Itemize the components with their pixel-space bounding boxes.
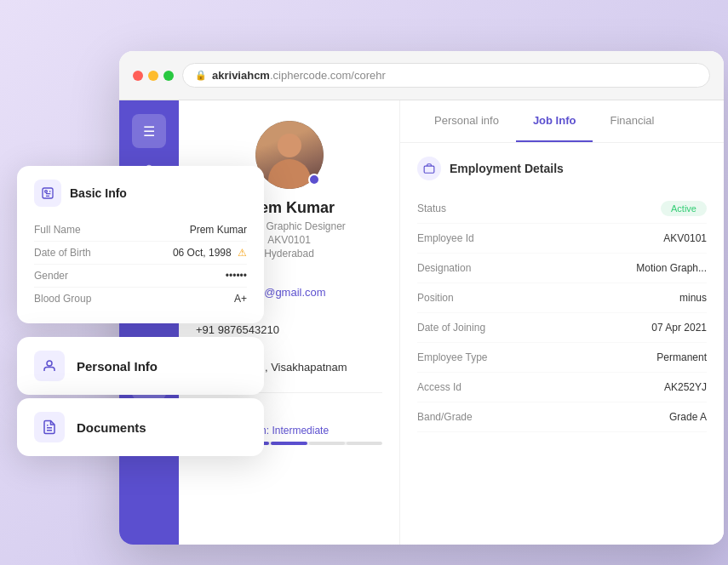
detail-key-grade: Band/Grade [417, 411, 562, 423]
profile-location: Hyderabad [264, 248, 314, 260]
card-header: Basic Info [34, 180, 247, 207]
detail-key-accessid: Access Id [417, 381, 562, 393]
detail-key-position: Position [417, 292, 562, 304]
address-bar[interactable]: 🔒 akriviahcm.ciphercode.com/corehr [182, 63, 710, 88]
detail-key-empid: Employee Id [417, 232, 562, 244]
doc-icon [34, 412, 65, 442]
detail-row-empid: Employee Id AKV0101 [417, 224, 707, 254]
phone-value: +91 9876543210 [196, 323, 382, 336]
detail-key-doj: Date of Joining [417, 322, 562, 334]
info-key-fullname: Full Name [34, 224, 81, 236]
info-val-dob: 06 Oct, 1998 ⚠ [173, 247, 247, 259]
sidebar-menu-btn[interactable]: ☰ [132, 114, 166, 148]
browser-dots [133, 71, 174, 81]
status-badge: Active [661, 201, 707, 216]
detail-key-designation: Designation [417, 262, 562, 274]
info-key-blood: Blood Group [34, 293, 91, 305]
avatar-container [255, 121, 324, 189]
warn-icon: ⚠ [238, 247, 247, 259]
detail-val-doj: 07 Apr 2021 [562, 322, 707, 334]
info-val-fullname: Prem Kumar [190, 224, 247, 236]
tab-job-info[interactable]: Job Info [516, 100, 593, 142]
detail-key-status: Status [417, 203, 562, 214]
tab-financial[interactable]: Financial [593, 100, 671, 142]
online-indicator [308, 174, 320, 185]
info-row-fullname: Full Name Prem Kumar [34, 219, 247, 242]
personal-info-label: Personal Info [77, 359, 158, 374]
details-panel: Personal info Job Info Financial Employ [400, 100, 724, 545]
progress-seg-4 [309, 442, 345, 445]
detail-row-accessid: Access Id AK252YJ [417, 373, 707, 402]
personal-info-card[interactable]: Personal Info [17, 337, 264, 395]
documents-card[interactable]: Documents [17, 398, 264, 456]
tab-personal-info[interactable]: Personal info [417, 100, 516, 142]
detail-row-doj: Date of Joining 07 Apr 2021 [417, 313, 707, 343]
svg-point-7 [45, 191, 48, 193]
info-val-blood: A+ [234, 293, 247, 305]
detail-val-empid: AKV0101 [562, 232, 707, 244]
detail-key-emptype: Employee Type [417, 351, 562, 363]
card-title: Basic Info [70, 186, 127, 200]
section-icon [417, 157, 441, 180]
detail-row-grade: Band/Grade Grade A [417, 402, 707, 432]
info-key-gender: Gender [34, 270, 68, 282]
info-val-gender: •••••• [226, 270, 247, 282]
detail-val-grade: Grade A [562, 411, 707, 423]
progress-seg-3 [271, 442, 307, 445]
detail-row-status: Status Active [417, 194, 707, 224]
employment-section: Employment Details Status Active Emplo [400, 143, 724, 446]
documents-label: Documents [77, 420, 146, 435]
url-brand: akriviahcm.ciphercode.com/corehr [212, 69, 386, 82]
dot-red[interactable] [133, 71, 143, 81]
info-row-blood: Blood Group A+ [34, 288, 247, 310]
detail-row-emptype: Employee Type Permanent [417, 343, 707, 373]
detail-row-position: Position minus [417, 283, 707, 313]
info-key-dob: Date of Birth [34, 247, 91, 259]
section-header: Employment Details [417, 157, 707, 180]
basic-info-card: Basic Info Full Name Prem Kumar Date of … [17, 166, 264, 323]
info-row-gender: Gender •••••• [34, 265, 247, 288]
browser-chrome: 🔒 akriviahcm.ciphercode.com/corehr [119, 51, 724, 100]
detail-val-designation: Motion Graph... [562, 262, 707, 274]
detail-val-accessid: AK252YJ [562, 381, 707, 393]
main-content: Prem Kumar Motion Graphic Designer AKV01… [179, 100, 724, 545]
lock-icon: 🔒 [195, 70, 207, 81]
svg-point-8 [47, 361, 52, 366]
section-title: Employment Details [450, 162, 564, 175]
info-row-dob: Date of Birth 06 Oct, 1998 ⚠ [34, 242, 247, 265]
detail-val-emptype: Permanent [562, 351, 707, 363]
svg-rect-5 [424, 166, 434, 173]
detail-val-status: Active [562, 203, 707, 214]
dot-green[interactable] [163, 71, 174, 81]
detail-row-designation: Designation Motion Graph... [417, 254, 707, 283]
progress-seg-5 [347, 442, 382, 445]
detail-val-position: minus [562, 292, 707, 304]
employment-fields: Status Active Employee Id AKV0101 [417, 194, 707, 432]
dot-yellow[interactable] [148, 71, 158, 81]
personal-icon [34, 351, 65, 381]
tabs: Personal info Job Info Financial [400, 100, 724, 143]
profile-id: AKV0101 [267, 234, 311, 246]
card-icon [34, 180, 61, 207]
